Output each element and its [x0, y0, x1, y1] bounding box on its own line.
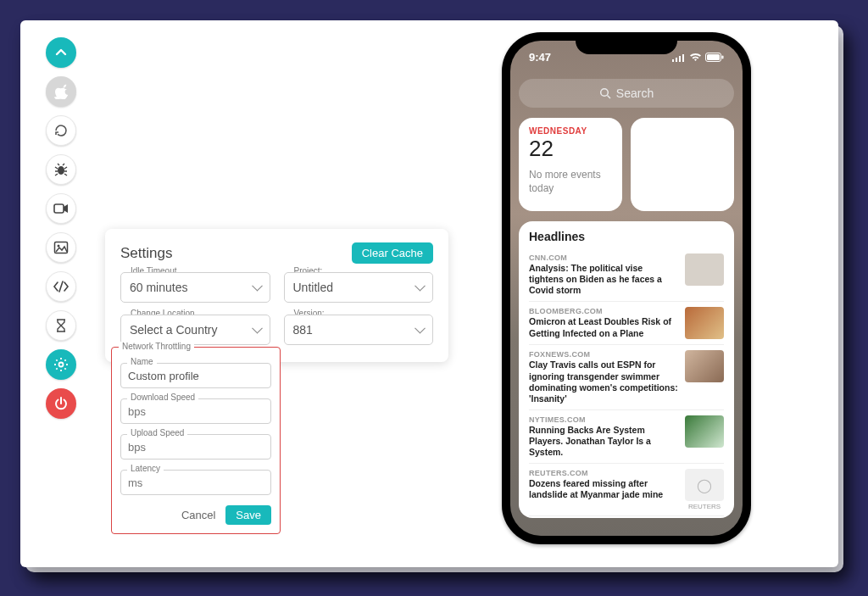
- search-placeholder: Search: [616, 86, 654, 100]
- latency-label: Latency: [127, 464, 164, 473]
- news-item[interactable]: LATIMES.COM California has new congressi…: [529, 515, 724, 518]
- battery-icon: [705, 53, 724, 62]
- settings-title: Settings: [120, 245, 172, 262]
- svg-rect-6: [676, 58, 677, 62]
- blank-widget[interactable]: [631, 118, 734, 211]
- video-icon: [53, 203, 69, 214]
- news-title: Analysis: The political vise tightens on…: [529, 263, 678, 296]
- svg-rect-10: [707, 54, 720, 60]
- news-item[interactable]: FOXNEWS.COM Clay Travis calls out ESPN f…: [529, 344, 724, 409]
- reuters-caption: REUTERS: [685, 503, 724, 510]
- news-item[interactable]: BLOOMBERG.COM Omicron at Least Doubles R…: [529, 301, 724, 344]
- calendar-widget[interactable]: WEDNESDAY 22 No more events today: [519, 118, 622, 211]
- bug-icon: [53, 162, 69, 177]
- svg-point-12: [601, 89, 609, 97]
- upload-speed-label: Upload Speed: [127, 428, 187, 437]
- bug-button[interactable]: [46, 154, 76, 185]
- change-location-field: Change Location Select a Country: [120, 315, 270, 345]
- news-thumb: [685, 350, 724, 382]
- app-canvas: Settings Clear Cache Idle Timeout 60 min…: [20, 20, 838, 567]
- device-preview: 9:47 Search WEDNESDAY 22 No more: [499, 27, 754, 549]
- image-icon: [53, 241, 69, 254]
- news-thumb: ◯: [685, 469, 724, 501]
- project-select[interactable]: Untitled: [284, 272, 434, 303]
- hourglass-button[interactable]: [46, 310, 76, 341]
- download-speed-input[interactable]: [120, 398, 271, 424]
- settings-button[interactable]: [46, 349, 76, 380]
- news-source: REUTERS.COM: [529, 469, 678, 477]
- profile-name-input[interactable]: [120, 363, 271, 388]
- rotate-icon: [53, 123, 69, 138]
- spotlight-search[interactable]: Search: [519, 79, 734, 108]
- news-item[interactable]: NYTIMES.COM Running Backs Are System Pla…: [529, 409, 724, 463]
- widget-row: WEDNESDAY 22 No more events today: [519, 118, 734, 211]
- upload-speed-input[interactable]: [120, 434, 271, 460]
- profile-name-label: Name: [127, 357, 157, 366]
- news-title: Omicron at Least Doubles Risk of Getting…: [529, 316, 678, 338]
- calendar-day: WEDNESDAY: [529, 126, 612, 136]
- change-location-select[interactable]: Select a Country: [120, 315, 270, 345]
- signal-icon: [672, 53, 686, 62]
- news-item[interactable]: CNN.COM Analysis: The political vise tig…: [529, 248, 724, 301]
- idle-timeout-field: Idle Timeout 60 minutes: [120, 272, 270, 303]
- phone-notch: [576, 32, 677, 54]
- rotate-button[interactable]: [46, 115, 76, 146]
- news-source: CNN.COM: [529, 253, 678, 262]
- hourglass-icon: [55, 318, 67, 333]
- calendar-note: No more events today: [529, 169, 612, 195]
- calendar-date: 22: [529, 136, 612, 162]
- news-thumb: [685, 415, 724, 448]
- image-button[interactable]: [46, 232, 76, 263]
- code-icon: [53, 281, 70, 292]
- idle-timeout-select[interactable]: 60 minutes: [120, 272, 270, 303]
- apple-button[interactable]: [46, 76, 76, 107]
- headlines-title: Headlines: [529, 230, 724, 243]
- gear-icon: [53, 357, 69, 372]
- news-title: Running Backs Are System Players. Jonath…: [529, 425, 678, 458]
- collapse-button[interactable]: [46, 37, 76, 68]
- clear-cache-button[interactable]: Clear Cache: [352, 242, 433, 264]
- wifi-icon: [689, 53, 702, 62]
- save-button[interactable]: Save: [225, 505, 271, 525]
- svg-rect-7: [679, 56, 681, 62]
- svg-rect-11: [722, 56, 724, 59]
- chevron-up-icon: [54, 46, 68, 59]
- news-title: Dozens feared missing after landslide at…: [529, 478, 678, 500]
- news-thumb: [685, 307, 724, 339]
- latency-input[interactable]: [120, 470, 271, 495]
- news-item[interactable]: REUTERS.COM Dozens feared missing after …: [529, 463, 724, 515]
- news-source: NYTIMES.COM: [529, 415, 678, 424]
- power-icon: [54, 397, 68, 410]
- svg-rect-8: [682, 54, 684, 62]
- phone-frame: 9:47 Search WEDNESDAY 22 No more: [502, 32, 751, 544]
- power-button[interactable]: [46, 388, 76, 419]
- news-source: FOXNEWS.COM: [529, 350, 678, 359]
- cancel-button[interactable]: Cancel: [181, 509, 215, 521]
- svg-rect-5: [672, 59, 674, 62]
- change-location-value: Select a Country: [130, 323, 218, 337]
- apple-icon: [54, 84, 68, 99]
- phone-screen: 9:47 Search WEDNESDAY 22 No more: [510, 41, 743, 536]
- code-button[interactable]: [46, 271, 76, 302]
- news-thumb: [685, 253, 724, 286]
- project-value: Untitled: [293, 281, 333, 294]
- search-icon: [599, 87, 611, 99]
- svg-point-0: [58, 166, 64, 175]
- project-field: Project: Untitled: [284, 272, 434, 303]
- status-right-icons: [672, 51, 724, 64]
- version-value: 881: [293, 323, 313, 337]
- news-title: Clay Travis calls out ESPN for ignoring …: [529, 359, 678, 404]
- video-button[interactable]: [46, 193, 76, 224]
- news-source: BLOOMBERG.COM: [529, 307, 678, 315]
- version-select[interactable]: 881: [284, 315, 434, 345]
- network-throttling-group: Network Throttling Name Download Speed U…: [111, 347, 281, 534]
- network-throttling-legend: Network Throttling: [119, 342, 194, 351]
- headlines-widget[interactable]: Headlines CNN.COM Analysis: The politica…: [519, 221, 734, 518]
- tool-rail: [46, 37, 76, 419]
- svg-point-4: [59, 363, 64, 367]
- version-field: Version: 881: [284, 315, 434, 345]
- status-time: 9:47: [529, 51, 551, 64]
- download-speed-label: Download Speed: [127, 393, 198, 402]
- idle-timeout-value: 60 minutes: [130, 281, 187, 294]
- svg-rect-1: [54, 204, 64, 213]
